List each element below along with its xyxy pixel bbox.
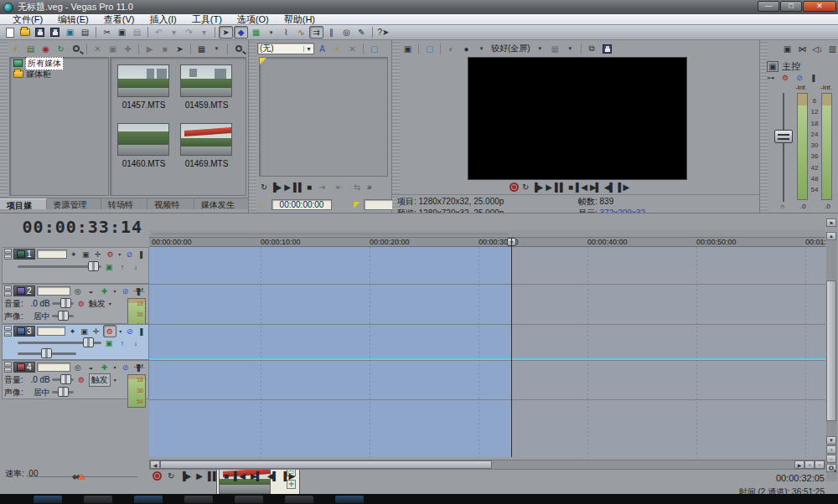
taskbar-item[interactable] [84,496,112,503]
add-to-timeline-b-icon[interactable]: ⇤ [332,181,346,193]
trigger-dropdown-icon[interactable]: ▾ [107,301,113,306]
move-up-icon[interactable]: ↑ [116,263,128,271]
selection-end-time[interactable]: 00:00:32:05 [776,473,825,483]
track-header-3[interactable]: —— 3 ✦ ▣ ✛ ⚙ ▾ ⊘ ❚ ▣ ↑ ↓ [2,324,149,360]
menu-insert[interactable]: 插入(I) [142,13,184,26]
views-icon[interactable]: ▦ [194,43,209,55]
overlays-dropdown-icon[interactable]: ▾ [563,43,577,55]
redo-icon[interactable]: ↷ [182,26,196,39]
track-minimize-icons[interactable]: —— [4,285,12,296]
play-icon[interactable]: ▶ [546,183,551,192]
video-preview-screen[interactable] [468,57,687,180]
auto-crossfade-icon[interactable]: ∿ [294,26,308,39]
next-frame-icon[interactable]: ▌▶ [618,183,628,192]
scroll-up-icon[interactable]: ▲ [826,232,836,240]
track-name-field[interactable] [37,249,67,259]
fx-icon[interactable]: ⚡ [330,43,344,55]
fx-dropdown-icon[interactable]: ▾ [117,251,122,257]
more-buttons-icon[interactable]: » [367,183,371,192]
play-icon[interactable]: ▶ [196,471,202,481]
scroll-down-icon[interactable]: ▼ [826,436,836,445]
loop-playback-icon[interactable]: ↻ [168,471,173,481]
auto-ripple-icon[interactable]: ⇉ [309,26,323,39]
track-view-background[interactable] [149,247,825,457]
master-bus-icon[interactable]: ▣ [767,61,779,72]
zoom-out-time-icon[interactable]: − [815,460,825,469]
undo-arrow-icon[interactable]: ▾ [167,26,181,39]
tree-item-media-bins[interactable]: 媒体柜 [10,69,108,80]
envelope-edit-tool-icon[interactable]: ◆ [234,26,248,39]
record-icon[interactable] [153,471,162,481]
tab-media-generators[interactable]: 媒体发生器 [194,198,249,209]
windows-taskbar[interactable] [0,494,838,504]
panel-grip[interactable] [249,42,256,211]
track-fx-icon[interactable]: ⚙ [105,250,116,259]
track-minimize-icons[interactable]: —— [4,249,12,260]
master-meter-right[interactable] [821,93,832,200]
previous-frame-icon[interactable]: ◀▌ [604,183,615,192]
volume-slider[interactable] [52,378,74,381]
zoom-out-track-icon[interactable]: − [826,455,836,463]
volume-value[interactable]: .0 dB [25,299,50,308]
media-item[interactable]: 01457.MTS [117,64,170,110]
automation-icon[interactable]: ⚙ [75,300,87,308]
marker-bar[interactable] [149,230,825,238]
save-snapshot-icon[interactable] [600,43,614,55]
track-header-1[interactable]: —— 1 ✦ ▣ ✛ ⚙ ▾ ⊘ ❚ ▣ ↑ ↓ [2,247,149,284]
record-icon[interactable] [510,183,519,192]
whats-this-help-icon[interactable]: ?➤ [376,26,391,39]
paste-icon[interactable]: ▤ [130,26,144,39]
horizontal-scrollbar[interactable]: ◀ ▶ ＋ − [149,460,825,470]
quality-dropdown-icon[interactable]: ▾ [533,43,547,55]
make-child-icon[interactable]: ✛ [93,250,104,259]
menu-help[interactable]: 帮助(H) [277,13,323,26]
tree-item-all-media[interactable]: 所有媒体 [10,58,108,69]
track-motion-icon[interactable]: ✦ [67,327,77,336]
overlays-icon[interactable]: ▦ [548,43,562,55]
trigger-label[interactable]: 触发 [89,373,111,387]
views-dropdown-icon[interactable]: ▾ [210,43,224,55]
tool-dropdown-icon[interactable]: ▾ [264,26,278,39]
close-button[interactable]: ✕ [803,1,836,12]
zoom-tool-icon[interactable] [826,464,836,472]
media-fx-icon[interactable]: ▣ [106,43,120,55]
split-dropdown-icon[interactable]: ▾ [474,43,489,55]
go-to-end-icon[interactable]: ▶▌ [251,471,261,481]
stop-icon[interactable]: ■ [307,183,311,192]
go-to-start-icon[interactable]: ▌◀ [234,471,245,481]
preview-quality-select[interactable]: 较好(全屏) [489,43,532,54]
paint-tool-icon[interactable]: ✎ [354,26,369,39]
track-name-field[interactable] [37,286,70,296]
text-tool-icon[interactable]: A [315,43,329,55]
menu-edit[interactable]: 编辑(E) [50,13,96,26]
panel-grip[interactable] [0,42,8,211]
save-icon[interactable] [33,26,47,39]
mixer-views-icon[interactable]: ▥ [825,43,838,55]
remove-fx-icon[interactable]: ✕ [345,43,360,55]
trimmer-display[interactable] [259,57,388,177]
bypass-motion-blur-icon[interactable]: ▣ [103,339,115,347]
lock-envelopes-icon[interactable]: ∥ [324,26,339,39]
project-properties-icon[interactable]: ▣ [401,43,415,55]
panel-grip[interactable] [392,42,400,211]
loop-playback-icon[interactable]: ↻ [261,183,266,192]
mute-icon[interactable]: ⊘ [120,287,132,296]
insert-fx-icon[interactable]: ✚ [99,363,111,372]
insert-fx-icon[interactable]: ◁↓ [810,43,825,55]
split-screen-icon[interactable]: ● [459,43,473,55]
pan-slider[interactable] [52,315,74,317]
pause-icon[interactable]: ▌▌ [293,183,303,192]
undo-icon[interactable]: ↶ [152,26,166,39]
zoom-in-time-icon[interactable]: ＋ [804,460,815,469]
taskbar-item[interactable] [184,496,213,503]
play-from-start-icon[interactable]: ▐▶ [531,183,542,192]
ignore-grouping-icon[interactable]: ◎ [339,26,354,39]
video-output-fx-icon[interactable]: ◐ [444,43,458,55]
track-header-4[interactable]: —— 4 ◎ ◒ ✚ ▾ ⊘ ❚ -Inf. 音量: .0 dB ⚙ 触发 ▾ [2,360,149,399]
loop-playback-icon[interactable]: ↻ [522,183,528,192]
play-from-start-icon[interactable]: ▐▶ [270,183,281,192]
make-child-icon[interactable]: ✛ [91,327,101,336]
mute-icon[interactable]: ⊘ [124,250,135,259]
capture-video-icon[interactable]: ◉ [39,43,53,55]
insert-bus-icon[interactable]: ⋈ [795,43,810,55]
